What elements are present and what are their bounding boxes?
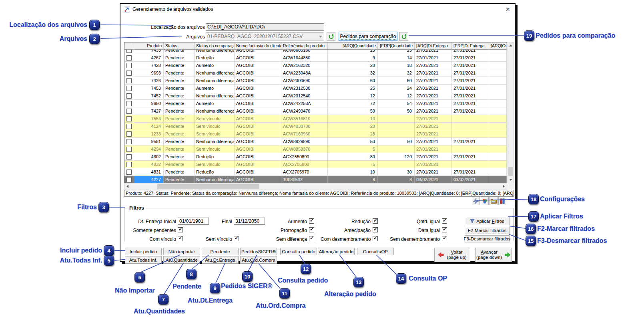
scroll-up-icon[interactable] (508, 42, 514, 48)
compare-orders-button[interactable]: Pedidos para comparação (339, 32, 397, 41)
row-checkbox[interactable] (126, 78, 132, 83)
table-row[interactable]: 9693PendenteNenhuma diferençaAGCOIBIACW2… (124, 69, 507, 77)
horizontal-scroll-thumb[interactable] (157, 184, 259, 189)
settings-button[interactable] (472, 197, 480, 205)
filter-somente-pendentes-checkbox[interactable] (178, 227, 183, 232)
row-checkbox[interactable] (126, 162, 132, 167)
table-row[interactable]: 4832PendenteSem vínculoAGCOIBIACX2705800… (124, 161, 507, 168)
table-cell: Nenhuma diferença (195, 107, 235, 115)
table-row[interactable]: 1233PendenteSem vínculoAGCOIBIACW7160960… (124, 130, 507, 138)
table-row[interactable]: 4124PendenteSem vínculoAGCOIBIACW4030780… (124, 123, 507, 130)
consulta-pedido-button[interactable]: Consulta pedido (280, 248, 317, 255)
row-checkbox[interactable] (126, 109, 132, 114)
filter-reducao-checkbox[interactable] (373, 218, 378, 224)
table-row[interactable]: 4267PendenteReduçãoAGCOIBIACW16448509142… (124, 54, 507, 62)
location-input[interactable]: C:\EDI_AGCO\VALIDADO\ (206, 23, 324, 31)
filter-prorrogacao-checkbox[interactable] (309, 227, 314, 232)
horizontal-scrollbar[interactable] (124, 183, 507, 190)
row-checkbox[interactable] (126, 177, 132, 182)
refresh-compare-button[interactable] (399, 32, 408, 41)
table-row[interactable]: 7427PendenteNenhuma diferençaAGCOIBIACW2… (124, 107, 507, 115)
avancar-button[interactable]: Avançar(page down) (475, 248, 512, 262)
table-row[interactable]: 4294PendenteSem vínculoAGCOIBIACW8858370… (124, 145, 507, 153)
table-row[interactable]: 4831PendenteReduçãoAGCOIBIACX27059701030… (124, 168, 507, 176)
pendente-button[interactable]: Pendente (202, 248, 239, 255)
table-row[interactable]: 9650PendenteAumentoAGCOIBIACW242253A7254… (124, 100, 507, 107)
themes-button[interactable] (481, 197, 489, 205)
table-row[interactable]: 7452PendenteNenhuma diferençaAGCOIBIACW2… (124, 92, 507, 100)
refresh-files-button[interactable] (327, 32, 335, 41)
incluir-pedido-button[interactable]: Incluir pedido (125, 248, 162, 255)
scroll-right-icon[interactable] (501, 184, 507, 189)
column-header[interactable]: [ARQ]OC (489, 42, 507, 50)
alteracao-pedido-button[interactable]: Alteração pedido (318, 248, 355, 255)
filter-qntd-igual-checkbox[interactable] (442, 218, 447, 224)
table-row[interactable]: 4227PendenteNenhuma diferençaAGCOIBI1003… (124, 176, 507, 183)
column-header[interactable]: [ERP]Quantidade (378, 42, 415, 50)
atu-quantidade-button[interactable]: Atu.Quantidade (163, 256, 200, 264)
column-header[interactable]: Status da comparação (195, 42, 235, 50)
row-checkbox[interactable] (126, 101, 132, 106)
row-checkbox[interactable] (126, 147, 132, 152)
atu-todas-inf-button[interactable]: Atu.Todas Inf. (125, 256, 162, 264)
table-row[interactable]: 7554PendenteSem vínculoAGCOIBIACW3516810… (124, 115, 507, 123)
row-checkbox[interactable] (126, 86, 132, 91)
column-header[interactable]: Status (164, 42, 195, 50)
vertical-scrollbar[interactable] (507, 42, 514, 183)
files-combobox[interactable]: 01-PEDARQ_AGCO_20201207155237.CSV (206, 32, 324, 40)
column-header[interactable]: Produto (134, 42, 164, 50)
columns-button[interactable] (498, 197, 506, 205)
table-cell: Pendente (164, 145, 195, 153)
atu-ord-compra-button[interactable]: Atu.Ord.Compra (240, 256, 277, 264)
column-header[interactable]: [ARQ]Dt.Entrega (415, 42, 452, 50)
row-checkbox[interactable] (126, 71, 132, 76)
filter-com-vinculo-checkbox[interactable] (178, 236, 183, 241)
vertical-scroll-thumb[interactable] (508, 167, 513, 176)
f2-mark-filtered-button[interactable]: F2-Marcar filtrados (465, 227, 510, 234)
column-header[interactable]: [ARQ]Quantidade (328, 42, 378, 50)
row-checkbox[interactable] (126, 170, 132, 175)
filter-sem-diferenca-checkbox[interactable] (309, 236, 314, 241)
filter-aumento-checkbox[interactable] (309, 218, 314, 224)
chevron-down-icon[interactable] (317, 33, 323, 40)
table-cell: Sem vínculo (195, 161, 235, 168)
row-checkbox[interactable] (126, 63, 132, 68)
row-checkbox[interactable] (126, 154, 132, 159)
row-checkbox[interactable] (126, 139, 132, 144)
nao-importar-button[interactable]: Não importar (163, 248, 200, 255)
table-cell: 12 (378, 92, 415, 99)
table-row[interactable]: 7426PendenteNenhuma diferençaAGCOIBIACW2… (124, 77, 507, 85)
close-icon[interactable]: × (504, 6, 512, 13)
filter-antecipacao-checkbox[interactable] (373, 227, 378, 232)
export-button[interactable] (490, 197, 498, 205)
apply-filters-button[interactable]: Aplicar Filtros (465, 217, 510, 225)
column-header[interactable]: Referência do produto (281, 42, 328, 50)
table-row[interactable]: 7453PendenteAumentoAGCOIBIACW23125302524… (124, 85, 507, 92)
column-header[interactable]: [ERP]Dt.Entrega (452, 42, 489, 50)
filter-sem-desmembramento-checkbox[interactable] (442, 236, 447, 241)
row-checkbox[interactable] (126, 124, 132, 129)
table-row[interactable]: 7455PendenteNenhuma diferençaAGCOIBIACW0… (124, 50, 507, 54)
column-header[interactable]: Nome fantasia do cliente (235, 42, 281, 50)
filter-data-igual-checkbox[interactable] (442, 227, 447, 232)
row-checkbox[interactable] (126, 116, 132, 121)
row-checkbox[interactable] (126, 93, 132, 99)
consulta-op-button[interactable]: Consulta OP (357, 248, 394, 255)
f3-unmark-filtered-button[interactable]: F3-Desmarcar filtrados (465, 235, 510, 242)
column-header[interactable] (124, 42, 134, 50)
filter-sem-vinculo-checkbox[interactable] (234, 236, 239, 241)
row-checkbox[interactable] (126, 55, 132, 61)
pedidos-siger-button[interactable]: Pedidos SIGER® (240, 248, 277, 255)
table-cell: Pendente (164, 107, 195, 115)
atu-dt-entrega-button[interactable]: Atu.Dt.Entrega (202, 256, 239, 264)
date-end-label: Final (205, 219, 232, 224)
scroll-down-icon[interactable] (508, 177, 514, 183)
table-row[interactable]: 4302PendenteReduçãoAGCOIBIACX25508908012… (124, 153, 507, 161)
filter-com-desmembramento-checkbox[interactable] (373, 236, 378, 241)
row-checkbox[interactable] (126, 131, 132, 137)
table-row[interactable]: 7428PendenteAumentoAGCOIBIACW21623202018… (124, 62, 507, 69)
voltar-button[interactable]: Voltar(page up) (434, 248, 470, 262)
table-row[interactable]: 9581PendenteNenhuma diferençaAGCOIBIACW8… (124, 138, 507, 145)
row-checkbox[interactable] (126, 50, 132, 53)
scroll-left-icon[interactable] (124, 184, 130, 189)
